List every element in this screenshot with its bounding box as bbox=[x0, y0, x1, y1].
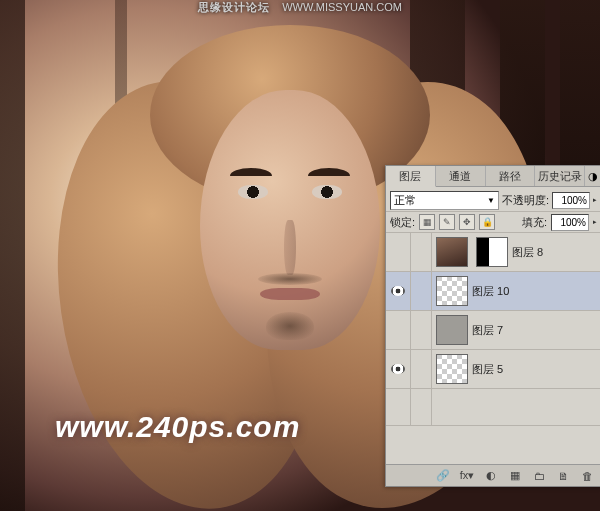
chevron-right-icon[interactable]: ▸ bbox=[593, 218, 597, 226]
lock-row: 锁定: ▦ ✎ ✥ 🔒 填充: 100% ▸ bbox=[386, 212, 600, 233]
layer-name[interactable]: 图层 7 bbox=[472, 323, 600, 338]
nose bbox=[284, 220, 296, 275]
lock-transparent-icon[interactable]: ▦ bbox=[419, 214, 435, 230]
layer-row[interactable]: 图层 10 bbox=[386, 272, 600, 311]
link-layers-icon[interactable]: 🔗 bbox=[435, 469, 451, 483]
screenshot-root: 思缘设计论坛 WWW.MISSYUAN.COM www.240ps.com 图层… bbox=[0, 0, 600, 511]
new-layer-icon[interactable]: 🗎 bbox=[555, 469, 571, 483]
eye-icon bbox=[391, 364, 405, 374]
background-tree bbox=[0, 0, 25, 511]
fill-input[interactable]: 100% bbox=[551, 214, 589, 231]
blend-row: 正常 ▼ 不透明度: 100% ▸ bbox=[386, 187, 600, 212]
eye bbox=[312, 185, 342, 199]
source-header: 思缘设计论坛 WWW.MISSYUAN.COM bbox=[0, 0, 600, 22]
mouth bbox=[260, 288, 320, 300]
layer-thumbnail[interactable] bbox=[436, 354, 468, 384]
layer-fx-icon[interactable]: fx▾ bbox=[459, 469, 475, 483]
tab-channels[interactable]: 通道 bbox=[436, 166, 486, 186]
tab-paths[interactable]: 路径 bbox=[486, 166, 536, 186]
portrait-face bbox=[200, 90, 380, 350]
tab-layers[interactable]: 图层 bbox=[386, 166, 436, 187]
opacity-label: 不透明度: bbox=[502, 193, 549, 208]
lock-label: 锁定: bbox=[390, 215, 415, 230]
mustache bbox=[258, 273, 322, 285]
layers-panel: 图层 通道 路径 历史记录 ◑ 正常 ▼ 不透明度: 100% ▸ 锁定: ▦ … bbox=[385, 165, 600, 487]
layer-list: 图层 8 图层 10 图层 7 图层 5 bbox=[386, 233, 600, 428]
link-cell[interactable] bbox=[411, 350, 432, 388]
link-cell[interactable] bbox=[411, 311, 432, 349]
watermark: www.240ps.com bbox=[55, 410, 300, 444]
layer-name[interactable]: 图层 10 bbox=[472, 284, 600, 299]
visibility-toggle[interactable] bbox=[386, 311, 411, 349]
add-mask-icon[interactable]: ◐ bbox=[483, 469, 499, 483]
site-brand: 思缘设计论坛 bbox=[198, 1, 270, 13]
fill-label: 填充: bbox=[522, 215, 547, 230]
panel-bottom-bar: 🔗 fx▾ ◐ ▦ 🗀 🗎 🗑 bbox=[386, 464, 600, 486]
layer-row[interactable]: 图层 7 bbox=[386, 311, 600, 350]
eye-icon bbox=[391, 286, 405, 296]
layer-row[interactable]: 图层 8 bbox=[386, 233, 600, 272]
tab-history[interactable]: 历史记录 bbox=[535, 166, 585, 186]
panel-tabs: 图层 通道 路径 历史记录 ◑ bbox=[386, 166, 600, 187]
layer-thumbnail[interactable] bbox=[436, 237, 468, 267]
layer-thumbnail[interactable] bbox=[436, 315, 468, 345]
lock-brush-icon[interactable]: ✎ bbox=[439, 214, 455, 230]
panel-menu-icon[interactable]: ◑ bbox=[585, 166, 600, 186]
lock-move-icon[interactable]: ✥ bbox=[459, 214, 475, 230]
link-cell[interactable] bbox=[411, 272, 432, 310]
layer-thumbnail[interactable] bbox=[436, 276, 468, 306]
layer-list-empty bbox=[386, 389, 600, 426]
group-icon[interactable]: 🗀 bbox=[531, 469, 547, 483]
opacity-input[interactable]: 100% bbox=[552, 192, 590, 209]
background-tree bbox=[560, 0, 600, 180]
layer-name[interactable]: 图层 5 bbox=[472, 362, 600, 377]
chevron-right-icon[interactable]: ▸ bbox=[593, 196, 597, 204]
eyebrow bbox=[230, 168, 272, 176]
blend-mode-value: 正常 bbox=[394, 193, 416, 208]
adjustment-layer-icon[interactable]: ▦ bbox=[507, 469, 523, 483]
layer-row[interactable]: 图层 5 bbox=[386, 350, 600, 389]
visibility-toggle bbox=[386, 389, 411, 425]
trash-icon[interactable]: 🗑 bbox=[579, 469, 595, 483]
site-url: WWW.MISSYUAN.COM bbox=[282, 1, 402, 13]
layer-name[interactable]: 图层 8 bbox=[512, 245, 600, 260]
link-cell bbox=[411, 389, 432, 425]
visibility-toggle[interactable] bbox=[386, 272, 411, 310]
blend-mode-select[interactable]: 正常 ▼ bbox=[390, 191, 499, 210]
visibility-toggle[interactable] bbox=[386, 233, 411, 271]
eyebrow bbox=[308, 168, 350, 176]
lock-all-icon[interactable]: 🔒 bbox=[479, 214, 495, 230]
visibility-toggle[interactable] bbox=[386, 350, 411, 388]
chevron-down-icon: ▼ bbox=[487, 196, 495, 205]
eye bbox=[238, 185, 268, 199]
beard bbox=[266, 312, 314, 340]
link-cell[interactable] bbox=[411, 233, 432, 271]
layer-mask-thumbnail[interactable] bbox=[476, 237, 508, 267]
